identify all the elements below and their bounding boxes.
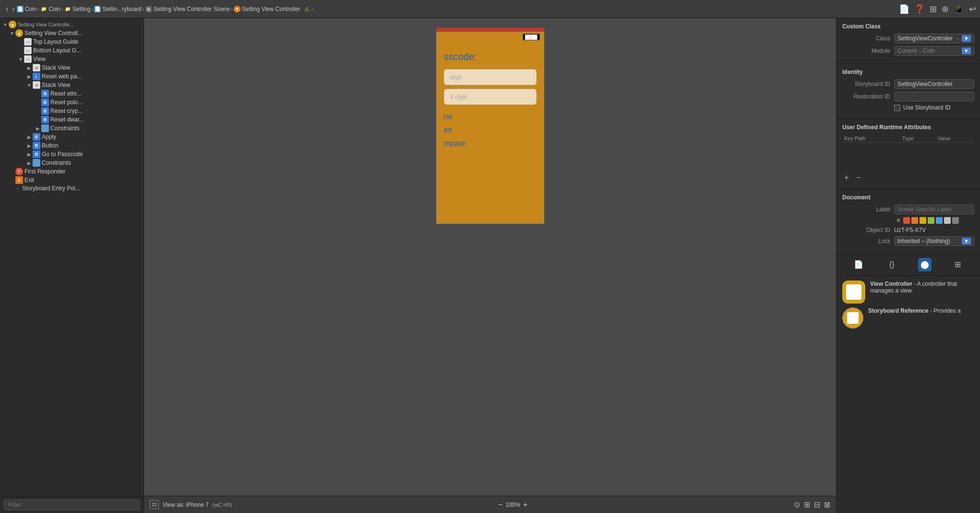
bc-scene[interactable]: ▦ Setting View Controller Scene: [145, 6, 230, 12]
custom-class-section: Custom Class Class SettingViewController…: [837, 18, 980, 64]
tree-item-stack-view-1[interactable]: ⊟ Stack View: [0, 63, 143, 72]
layout-icon[interactable]: ⊞: [930, 4, 937, 14]
class-dropdown-btn[interactable]: ▼: [962, 35, 971, 42]
canvas-scroll[interactable]: ████ sscode: digit 4 digit ne: [144, 18, 836, 496]
device-icon[interactable]: 📱: [954, 4, 964, 14]
phone-frame: ████ sscode: digit 4 digit ne: [436, 32, 544, 224]
digit-field-1[interactable]: digit: [444, 69, 537, 85]
bc-storyboard[interactable]: 📄 Settin...ryboard: [94, 6, 141, 12]
zoom-out-button[interactable]: −: [498, 501, 502, 509]
vc-info-row: View Controller - A controller that mana…: [842, 281, 974, 304]
tree-item-stack-view-2[interactable]: ⊟ Stack View: [0, 81, 143, 89]
tree-item-reset-polo[interactable]: B Reset polo...: [0, 98, 143, 107]
chevron-right-icon[interactable]: ›: [311, 6, 313, 12]
user-defined-section: User Defined Runtime Attributes Key Path…: [837, 119, 980, 189]
attributes-inspector-tab[interactable]: ⊞: [951, 258, 965, 271]
swatch-dark-gray[interactable]: [952, 217, 959, 224]
bc-coin-folder[interactable]: 📁 Coin: [40, 6, 60, 12]
link-3[interactable]: mpare: [444, 139, 537, 148]
nav-back-button[interactable]: ‹: [4, 4, 10, 14]
quick-help-tab[interactable]: {}: [885, 258, 898, 271]
tree-arrow: [35, 126, 41, 131]
tree-label: Stack View: [42, 64, 70, 71]
use-storyboard-checkbox[interactable]: [894, 105, 900, 111]
object-id-row: Object ID UzT-F5-X7V: [842, 227, 974, 233]
swatch-x-button[interactable]: ✕: [896, 217, 901, 224]
inspector-tab-bar: 📄 {} ⬤ ⊞: [837, 254, 980, 276]
vc-icon: ●: [9, 21, 16, 28]
warning-icon[interactable]: ⚠: [304, 6, 310, 12]
file-icon[interactable]: 📄: [899, 4, 909, 14]
module-field[interactable]: Current – Coin ▼: [894, 46, 974, 56]
identity-inspector-tab[interactable]: ⬤: [918, 258, 932, 271]
lock-field[interactable]: Inherited – (Nothing) ▼: [894, 236, 974, 246]
add-attribute-button[interactable]: +: [842, 173, 850, 182]
constraint-icon[interactable]: ⊠: [824, 500, 830, 509]
passcode-label: sscode:: [444, 51, 537, 62]
vc-info-text: View Controller - A controller that mana…: [870, 281, 974, 294]
info-section: View Controller - A controller that mana…: [837, 276, 980, 337]
battery-icon: ████: [523, 34, 540, 40]
remove-attribute-button[interactable]: −: [854, 173, 862, 182]
bc-vc-icon: ●: [234, 6, 240, 12]
help-icon[interactable]: ❓: [914, 4, 925, 14]
tree-item-first-responder[interactable]: F First Responder: [0, 167, 143, 176]
tree-item-exit[interactable]: E Exit: [0, 176, 143, 184]
tree-label: First Responder: [24, 168, 65, 175]
tree-item-button[interactable]: B Button: [0, 141, 143, 150]
bc-setting-folder-icon: 📁: [64, 6, 71, 12]
storyboard-id-input[interactable]: [894, 79, 974, 89]
tree-item-constraints-2[interactable]: Constraints: [0, 159, 143, 167]
file-inspector-tab[interactable]: 📄: [852, 258, 865, 271]
zoom-in-button[interactable]: +: [523, 501, 527, 509]
tree-item-view[interactable]: ▭ View: [0, 55, 143, 63]
link-1[interactable]: ne: [444, 112, 537, 121]
filter-input[interactable]: [4, 500, 140, 510]
user-defined-title: User Defined Runtime Attributes: [842, 124, 974, 131]
tree-item-goto-passcode[interactable]: B Go to Passcode: [0, 150, 143, 159]
link-2[interactable]: ex: [444, 126, 537, 134]
swatch-red[interactable]: [903, 217, 910, 224]
document-title: Document: [842, 194, 974, 201]
digit-field-2[interactable]: 4 digit: [444, 89, 537, 105]
lock-dropdown-btn[interactable]: ▼: [962, 238, 971, 244]
align-icon[interactable]: ⊙: [794, 500, 800, 509]
tree-item-reset-ethr[interactable]: B Reset ethr...: [0, 89, 143, 98]
nav-forward-button[interactable]: ›: [10, 4, 16, 14]
restoration-id-row: Restoration ID: [842, 92, 974, 101]
tree-item-setting-vc[interactable]: ● Setting View Controll...: [0, 29, 143, 37]
swatch-green[interactable]: [928, 217, 934, 224]
tree-item-reset-dwar[interactable]: B Reset dwar...: [0, 115, 143, 124]
add-icon[interactable]: ⊕: [942, 4, 949, 14]
identity-section: Identity Storyboard ID Restoration ID Us…: [837, 64, 980, 119]
class-field[interactable]: SettingViewController ⌄ ▼: [894, 34, 974, 43]
grid-icon[interactable]: ⊟: [814, 500, 820, 509]
identity-title: Identity: [842, 69, 974, 75]
run-icon[interactable]: ↩: [969, 4, 976, 14]
bc-vc[interactable]: ● Setting View Controller: [234, 6, 300, 12]
tree-item-constraints-1[interactable]: Constraints: [0, 124, 143, 133]
swatch-light-gray[interactable]: [944, 217, 951, 224]
tree-item-reset-web[interactable]: L Reset web pa...: [0, 72, 143, 81]
swatch-blue[interactable]: [936, 217, 943, 224]
color-swatch-row: ✕: [842, 217, 974, 224]
module-dropdown-btn[interactable]: ▼: [962, 48, 971, 54]
swatch-orange[interactable]: [911, 217, 918, 224]
tree-item-reset-cryp[interactable]: B Reset cryp...: [0, 107, 143, 115]
color-swatches: ✕: [896, 217, 959, 224]
tree-item-setting-vc-scene[interactable]: ● Setting View Controlle...: [0, 20, 143, 29]
tree-item-apply[interactable]: B Apply: [0, 133, 143, 141]
button-icon: B: [41, 98, 49, 106]
swatch-yellow[interactable]: [920, 217, 926, 224]
tree-item-bottom-layout[interactable]: ▭ Bottom Layout G...: [0, 46, 143, 55]
tree-label: Reset polo...: [50, 99, 83, 106]
tree-label: Go to Passcode: [42, 151, 83, 158]
restoration-id-input[interactable]: [894, 92, 974, 101]
bc-setting-folder[interactable]: 📁 Setting: [64, 6, 90, 12]
snap-icon[interactable]: ⊞: [804, 500, 810, 509]
doc-label-input[interactable]: [894, 205, 974, 214]
bc-coin-file[interactable]: 📄 Coin: [17, 6, 37, 12]
tree-item-storyboard-entry[interactable]: → Storyboard Entry Poi...: [0, 184, 143, 192]
col-key-path: Key Path: [842, 134, 900, 143]
tree-item-top-layout[interactable]: ▭ Top Layout Guide: [0, 37, 143, 46]
